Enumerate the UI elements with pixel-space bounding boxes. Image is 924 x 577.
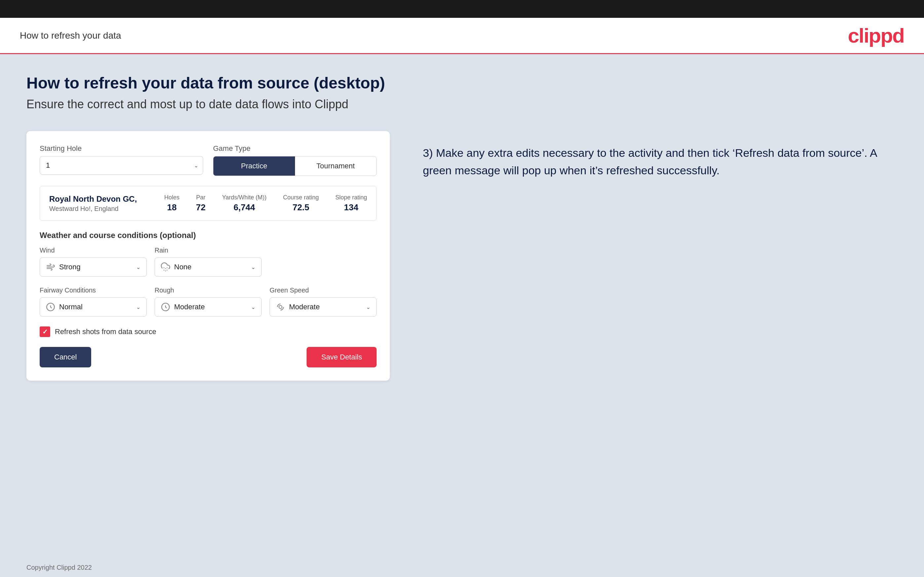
yards-label: Yards/White (M)) [222, 194, 267, 201]
course-rating-label: Course rating [283, 194, 319, 201]
main-content: How to refresh your data from source (de… [0, 54, 924, 557]
wind-group: Wind Strong ⌄ [40, 247, 147, 277]
wind-dropdown[interactable]: Strong ⌄ [40, 258, 147, 277]
page-heading: How to refresh your data from source (de… [26, 74, 898, 92]
tournament-button[interactable]: Tournament [295, 156, 376, 176]
holes-value: 18 [167, 202, 177, 212]
wind-value: Strong [59, 263, 132, 271]
button-row: Cancel Save Details [40, 347, 376, 367]
par-label: Par [196, 194, 205, 201]
rain-spacer [270, 247, 376, 277]
green-speed-group: Green Speed Moderate ⌄ [270, 287, 376, 317]
copyright-text: Copyright Clippd 2022 [26, 564, 92, 571]
rough-chevron: ⌄ [251, 304, 255, 310]
holes-label: Holes [164, 194, 179, 201]
game-type-toggle: Practice Tournament [213, 156, 376, 176]
content-area: Starting Hole 1 ⌄ Game Type Practice Tou… [26, 131, 898, 380]
instruction-panel: 3) Make any extra edits necessary to the… [416, 131, 898, 192]
stat-yards: Yards/White (M)) 6,744 [222, 194, 267, 213]
refresh-checkbox-row: ✓ Refresh shots from data source [40, 326, 376, 337]
wind-chevron: ⌄ [136, 264, 141, 270]
green-speed-icon [276, 302, 285, 312]
course-info-box: Royal North Devon GC, Westward Ho!, Engl… [40, 186, 376, 221]
fairway-value: Normal [59, 303, 132, 311]
starting-hole-value: 1 [46, 161, 197, 170]
rain-group: Rain None ⌄ [155, 247, 262, 277]
par-value: 72 [196, 202, 205, 212]
rain-value: None [174, 263, 247, 271]
starting-hole-group: Starting Hole 1 ⌄ [40, 144, 203, 176]
green-speed-value: Moderate [289, 303, 362, 311]
logo: clippd [848, 24, 904, 47]
stat-holes: Holes 18 [164, 194, 179, 213]
rain-dropdown[interactable]: None ⌄ [155, 258, 262, 277]
conditions-title: Weather and course conditions (optional) [40, 231, 376, 240]
course-name-section: Royal North Devon GC, Westward Ho!, Engl… [49, 194, 137, 213]
fairway-group: Fairway Conditions Normal ⌄ [40, 287, 147, 317]
fairway-label: Fairway Conditions [40, 287, 147, 294]
form-panel: Starting Hole 1 ⌄ Game Type Practice Tou… [26, 131, 390, 380]
wind-label: Wind [40, 247, 147, 254]
nav-title: How to refresh your data [20, 31, 121, 41]
instruction-text: 3) Make any extra edits necessary to the… [423, 144, 891, 179]
course-rating-value: 72.5 [293, 202, 310, 212]
game-type-label: Game Type [213, 144, 376, 153]
rain-label: Rain [155, 247, 262, 254]
slope-rating-label: Slope rating [335, 194, 367, 201]
starting-hole-label: Starting Hole [40, 144, 203, 153]
practice-button[interactable]: Practice [213, 156, 295, 176]
stat-course-rating: Course rating 72.5 [283, 194, 319, 213]
fairway-chevron: ⌄ [136, 304, 141, 310]
game-type-group: Game Type Practice Tournament [213, 144, 376, 176]
footer: Copyright Clippd 2022 [0, 557, 924, 577]
rain-icon [161, 263, 170, 272]
starting-hole-select[interactable]: 1 ⌄ [40, 156, 203, 175]
wind-rain-row: Wind Strong ⌄ Rain [40, 247, 376, 277]
nav-bar: How to refresh your data clippd [0, 18, 924, 54]
page-subheading: Ensure the correct and most up to date d… [26, 97, 898, 111]
course-stats: Holes 18 Par 72 Yards/White (M)) 6,744 [164, 194, 367, 213]
course-location: Westward Ho!, England [49, 205, 137, 213]
refresh-checkbox-label: Refresh shots from data source [55, 327, 156, 336]
rough-dropdown[interactable]: Moderate ⌄ [155, 297, 262, 317]
svg-point-8 [279, 305, 282, 308]
logo-text: clippd [848, 24, 904, 47]
rain-chevron: ⌄ [251, 264, 255, 270]
yards-value: 6,744 [234, 202, 255, 212]
app-chrome: How to refresh your data clippd How to r… [0, 18, 924, 577]
rough-label: Rough [155, 287, 262, 294]
wind-icon [46, 263, 55, 272]
check-icon: ✓ [42, 328, 48, 336]
stat-par: Par 72 [196, 194, 205, 213]
fairway-dropdown[interactable]: Normal ⌄ [40, 297, 147, 317]
stat-slope-rating: Slope rating 134 [335, 194, 367, 213]
fairway-rough-green-row: Fairway Conditions Normal ⌄ Rough [40, 287, 376, 317]
fairway-icon [46, 302, 55, 312]
top-bar [0, 0, 924, 18]
green-speed-dropdown[interactable]: Moderate ⌄ [270, 297, 376, 317]
green-speed-label: Green Speed [270, 287, 376, 294]
course-name: Royal North Devon GC, [49, 194, 137, 204]
cancel-button[interactable]: Cancel [40, 347, 91, 367]
rough-value: Moderate [174, 303, 247, 311]
refresh-checkbox[interactable]: ✓ [40, 326, 50, 337]
rough-icon [161, 302, 170, 312]
rough-group: Rough Moderate ⌄ [155, 287, 262, 317]
save-button[interactable]: Save Details [307, 347, 376, 367]
top-form-row: Starting Hole 1 ⌄ Game Type Practice Tou… [40, 144, 376, 176]
slope-rating-value: 134 [344, 202, 358, 212]
green-speed-chevron: ⌄ [366, 304, 370, 310]
